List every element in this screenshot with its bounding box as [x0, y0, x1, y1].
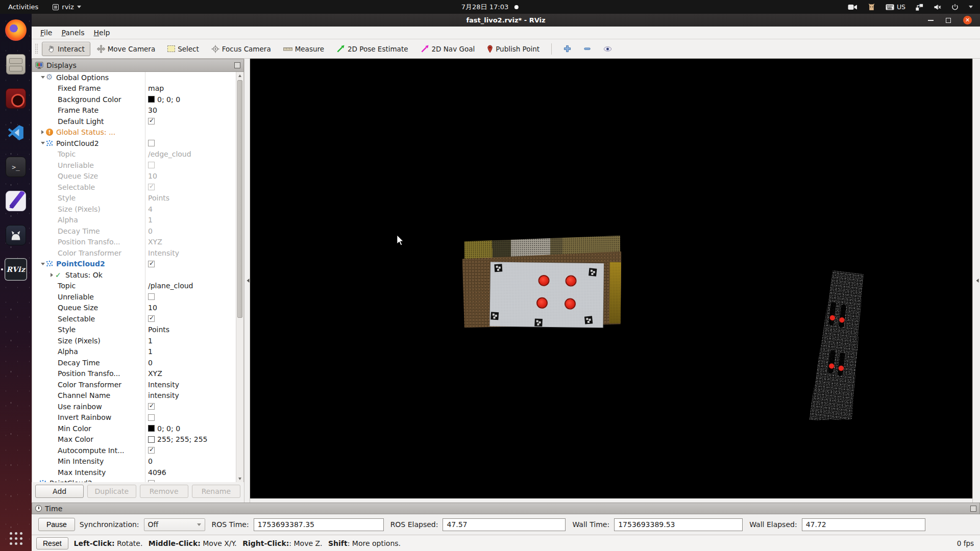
displays-scrollbar[interactable] [236, 72, 243, 482]
checkbox-checked[interactable] [148, 261, 155, 267]
system-menu-chevron-icon[interactable] [969, 6, 973, 8]
dock-item-kitty[interactable] [4, 223, 28, 247]
tree-row-label[interactable]: Alpha [58, 216, 78, 224]
keyboard-layout-indicator[interactable]: US [886, 3, 905, 11]
checkbox-checked[interactable] [148, 118, 155, 124]
tree-row-value-cell[interactable]: /edge_cloud [145, 149, 236, 160]
tool-2d-nav-goal[interactable]: 2D Nav Goal [415, 41, 481, 56]
tree-row-label[interactable]: Queue Size [58, 304, 98, 312]
tree-row-value-cell[interactable]: 1 [145, 335, 236, 346]
tree-row[interactable]: !Global Status: ... [32, 127, 236, 138]
tree-row-value-cell[interactable] [145, 478, 236, 483]
tree-expander-open-icon[interactable] [39, 261, 46, 267]
dock-item-files[interactable] [4, 53, 28, 76]
tool-measure[interactable]: Measure [278, 42, 330, 56]
tree-row[interactable]: Decay Time0 [32, 357, 236, 368]
tree-row-value-cell[interactable]: Points [145, 193, 236, 204]
app-menu[interactable]: rviz [53, 3, 81, 11]
dock-item-vscode[interactable] [4, 121, 28, 144]
sync-dropdown[interactable]: Off [144, 518, 205, 531]
tree-row-value-cell[interactable] [145, 269, 236, 281]
tree-row[interactable]: Max Color255; 255; 255 [32, 434, 236, 445]
menu-item-file[interactable]: File [36, 28, 57, 38]
tree-row-value-cell[interactable] [145, 182, 236, 193]
tree-row-label[interactable]: Alpha [58, 347, 78, 356]
tree-row[interactable]: PointCloud2 [32, 478, 236, 483]
tree-row-label[interactable]: Global Options [56, 73, 109, 82]
tree-row-label[interactable]: Position Transfo... [58, 238, 120, 246]
tree-row-value-cell[interactable]: 0; 0; 0 [145, 423, 236, 434]
ros-elapsed-field[interactable]: 47.57 [443, 518, 566, 531]
input-method-cat-icon[interactable] [868, 3, 875, 11]
tree-row-value-cell[interactable] [145, 72, 236, 83]
tree-row-value-cell[interactable]: map [145, 83, 236, 94]
tree-row[interactable]: ⚙Global Options [32, 72, 236, 83]
tool-focus-camera[interactable]: Focus Camera [206, 42, 277, 56]
tree-row[interactable]: Position Transfo...XYZ [32, 237, 236, 248]
tree-row-label[interactable]: Size (Pixels) [58, 337, 101, 345]
power-icon[interactable] [951, 4, 959, 11]
toolbar-drag-handle[interactable] [35, 43, 38, 55]
tree-row-label[interactable]: Frame Rate [58, 106, 99, 114]
tree-row[interactable]: Selectable [32, 313, 236, 324]
checkbox-unchecked[interactable] [148, 140, 155, 146]
tree-row[interactable]: Topic/edge_cloud [32, 149, 236, 160]
tree-row-label[interactable]: Decay Time [58, 359, 100, 367]
tree-row-value-cell[interactable]: 0 [145, 357, 236, 368]
tree-row-label[interactable]: Channel Name [58, 391, 110, 399]
dock-item-marker-pen[interactable] [4, 189, 28, 213]
tree-row[interactable]: Min Color0; 0; 0 [32, 423, 236, 434]
tree-row-value-cell[interactable]: Intensity [145, 379, 236, 390]
menu-item-panels[interactable]: Panels [57, 28, 89, 38]
tool-2d-pose-estimate[interactable]: 2D Pose Estimate [331, 41, 413, 56]
tree-row-label[interactable]: Background Color [58, 95, 121, 104]
tree-row-value-cell[interactable] [145, 412, 236, 423]
tree-row-label[interactable]: Fixed Frame [58, 84, 101, 92]
tree-row-value-cell[interactable]: 4 [145, 204, 236, 215]
tree-expander-open-icon[interactable] [39, 140, 46, 146]
collapse-left-arrow-icon[interactable] [245, 279, 250, 283]
tree-row-value-cell[interactable]: /plane_cloud [145, 281, 236, 292]
tree-row[interactable]: Invert Rainbow [32, 412, 236, 423]
scrollbar-up-arrow-icon[interactable] [236, 72, 243, 79]
panel-splitter[interactable] [244, 59, 250, 503]
scrollbar-down-arrow-icon[interactable] [236, 475, 243, 482]
tree-row-label[interactable]: PointCloud2 [56, 139, 99, 147]
tree-row-label[interactable]: Max Intensity [58, 468, 106, 477]
wall-elapsed-field[interactable]: 47.72 [802, 518, 925, 531]
scrollbar-thumb[interactable] [237, 80, 242, 318]
activities-button[interactable]: Activities [5, 2, 41, 12]
tree-row[interactable]: Fixed Framemap [32, 83, 236, 94]
tree-row[interactable]: Max Intensity4096 [32, 467, 236, 478]
tree-row[interactable]: Color TransformerIntensity [32, 379, 236, 390]
tree-row-value-cell[interactable]: XYZ [145, 368, 236, 380]
tree-row-label[interactable]: Use rainbow [58, 403, 102, 411]
tree-row[interactable]: Decay Time0 [32, 226, 236, 237]
tool-interact[interactable]: Interact [42, 42, 90, 56]
tree-row-value-cell[interactable]: intensity [145, 390, 236, 402]
zoom-out-minus-button[interactable] [578, 42, 597, 56]
checkbox-unchecked[interactable] [148, 480, 155, 482]
ros-time-field[interactable]: 1753693387.35 [254, 518, 384, 531]
collapse-right-arrow-icon[interactable] [974, 279, 979, 283]
show-applications-button[interactable] [10, 532, 22, 545]
checkbox-checked[interactable] [148, 403, 155, 410]
tree-row-value-cell[interactable]: 1 [145, 215, 236, 226]
tree-row-value-cell[interactable]: Intensity [145, 247, 236, 259]
tree-row-label[interactable]: Autocompute Int... [58, 446, 125, 455]
zoom-in-plus-button[interactable] [558, 42, 577, 56]
network-question-icon[interactable]: ? [916, 4, 923, 11]
tree-row[interactable]: PointCloud2 [32, 259, 236, 270]
tree-row[interactable]: Selectable [32, 182, 236, 193]
tree-row[interactable]: Frame Rate30 [32, 105, 236, 116]
tree-row[interactable]: Alpha1 [32, 346, 236, 358]
tree-row-value-cell[interactable]: 0 [145, 226, 236, 237]
tree-row[interactable]: Size (Pixels)4 [32, 204, 236, 215]
tree-row[interactable]: Use rainbow [32, 401, 236, 412]
tree-row-value-cell[interactable]: XYZ [145, 237, 236, 248]
wall-time-field[interactable]: 1753693389.53 [614, 518, 743, 531]
tree-row-value-cell[interactable] [145, 259, 236, 270]
tool-select[interactable]: Select [162, 42, 205, 56]
window-titlebar[interactable]: fast_livo2.rviz* - RViz ✕ [32, 14, 980, 27]
displays-panel-header[interactable]: Displays [32, 59, 244, 72]
